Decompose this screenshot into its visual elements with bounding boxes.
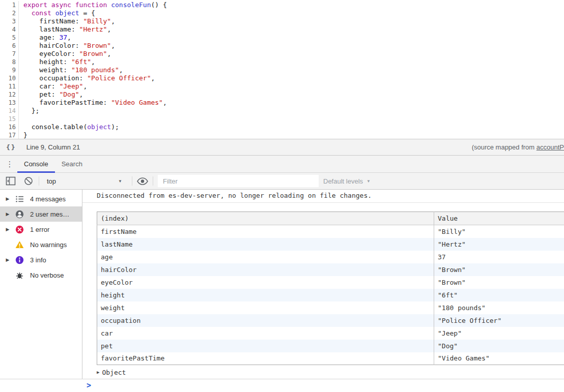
filter-input[interactable]	[158, 175, 319, 187]
table-cell-value: 37	[434, 251, 564, 263]
tab-console[interactable]: Console	[17, 156, 55, 172]
expand-arrow-icon[interactable]: ▶	[0, 227, 15, 232]
code-line[interactable]: 9 weight: "180 pounds",	[0, 66, 564, 74]
line-number[interactable]: 13	[0, 99, 19, 107]
sidebar-item-errors[interactable]: ▶1 error	[0, 222, 82, 237]
code-line[interactable]: 16 console.table(object);	[0, 123, 564, 131]
verbose-icon	[15, 271, 24, 280]
code-text: firstName: "Billy",	[19, 17, 115, 25]
table-row: eyeColor"Brown"	[97, 276, 564, 289]
execution-context-selector[interactable]: top ▼	[44, 177, 127, 185]
table-cell-index: eyeColor	[97, 276, 434, 289]
code-line[interactable]: 4 lastName: "Hertz",	[0, 25, 564, 34]
code-line[interactable]: 7 eyeColor: "Brown",	[0, 50, 564, 58]
table-header-value[interactable]: Value	[434, 212, 564, 225]
expand-arrow-icon[interactable]: ▶	[0, 196, 15, 201]
line-number[interactable]: 14	[0, 107, 19, 115]
line-number[interactable]: 11	[0, 82, 19, 91]
code-line[interactable]: 5 age: 37,	[0, 34, 564, 42]
object-expander[interactable]: ▶ Object	[82, 367, 564, 378]
tab-search[interactable]: Search	[55, 156, 89, 172]
line-number[interactable]: 6	[0, 42, 19, 50]
toolbar-separator	[132, 176, 132, 186]
code-text: hairColor: "Brown",	[19, 42, 115, 50]
pretty-print-icon[interactable]: {}	[6, 143, 16, 151]
sidebar-item-info[interactable]: ▶3 info	[0, 252, 82, 267]
table-cell-value: "Billy"	[434, 225, 564, 238]
sidebar-item-label: 4 messages	[30, 195, 66, 203]
sidebar-item-warnings[interactable]: No warnings	[0, 237, 82, 252]
code-text: const object = {	[19, 9, 95, 17]
line-number[interactable]: 10	[0, 74, 19, 82]
toolbar-separator	[39, 176, 39, 186]
code-line[interactable]: 2 const object = {	[0, 9, 564, 17]
log-levels-dropdown[interactable]: Default levels ▼	[323, 177, 371, 185]
code-text: };	[19, 107, 39, 115]
kebab-menu-icon[interactable]: ⋮	[2, 156, 17, 172]
code-line[interactable]: 8 height: "6ft",	[0, 58, 564, 66]
console-body: ▶4 messages▶2 user mes…▶1 errorNo warnin…	[0, 190, 564, 379]
source-map-link[interactable]: accountP	[537, 143, 564, 151]
source-editor[interactable]: 1export async function consoleFun() {2 c…	[0, 0, 564, 139]
code-line[interactable]: 12 pet: "Dog",	[0, 91, 564, 99]
code-line[interactable]: 3 firstName: "Billy",	[0, 17, 564, 25]
sidebar-item-user-messages[interactable]: ▶2 user mes…	[0, 206, 82, 222]
cursor-position: Line 9, Column 21	[26, 143, 80, 151]
object-expander-label: Object	[102, 369, 126, 376]
code-text: lastName: "Hertz",	[19, 25, 111, 34]
live-expression-eye-icon[interactable]	[137, 175, 148, 187]
clear-console-icon[interactable]	[23, 175, 34, 187]
console-toolbar: top ▼ Default levels ▼	[0, 173, 564, 190]
console-prompt[interactable]: >	[0, 379, 564, 392]
table-row: age37	[97, 251, 564, 263]
sidebar-item-label: 2 user mes…	[30, 210, 69, 218]
line-number[interactable]: 4	[0, 25, 19, 34]
table-cell-value: "Jeep"	[434, 327, 564, 340]
table-cell-value: "Video Games"	[434, 352, 564, 365]
code-line[interactable]: 14 };	[0, 107, 564, 115]
log-levels-label: Default levels	[323, 177, 363, 185]
code-text: }	[19, 131, 27, 139]
expand-arrow-icon[interactable]: ▶	[97, 370, 99, 375]
code-line[interactable]: 17}	[0, 131, 564, 139]
table-row: pet"Dog"	[97, 340, 564, 352]
code-line[interactable]: 15	[0, 115, 564, 123]
line-number[interactable]: 12	[0, 91, 19, 99]
code-line[interactable]: 6 hairColor: "Brown",	[0, 42, 564, 50]
line-number[interactable]: 7	[0, 50, 19, 58]
code-line[interactable]: 13 favoritePastTime: "Video Games",	[0, 99, 564, 107]
code-text: occupation: "Police Officer",	[19, 74, 155, 82]
chevron-down-icon: ▼	[118, 179, 122, 184]
line-number[interactable]: 16	[0, 123, 19, 131]
code-text	[19, 115, 23, 123]
table-row: firstName"Billy"	[97, 225, 564, 238]
table-cell-index: firstName	[97, 225, 434, 238]
line-number[interactable]: 8	[0, 58, 19, 66]
line-number[interactable]: 2	[0, 9, 19, 17]
expand-arrow-icon[interactable]: ▶	[0, 212, 15, 217]
sidebar-item-label: 3 info	[30, 256, 46, 264]
table-cell-index: age	[97, 251, 434, 263]
code-line[interactable]: 10 occupation: "Police Officer",	[0, 74, 564, 82]
table-cell-index: hairColor	[97, 263, 434, 276]
line-number[interactable]: 9	[0, 66, 19, 74]
table-row: favoritePastTime"Video Games"	[97, 352, 564, 365]
toggle-console-sidebar-icon[interactable]	[5, 175, 16, 187]
table-cell-value: "Police Officer"	[434, 314, 564, 327]
sidebar-item-label: No verbose	[30, 272, 64, 279]
sidebar-item-verbose[interactable]: No verbose	[0, 267, 82, 283]
line-number[interactable]: 1	[0, 1, 19, 9]
table-cell-index: lastName	[97, 238, 434, 251]
sidebar-item-messages[interactable]: ▶4 messages	[0, 191, 82, 206]
line-number[interactable]: 17	[0, 131, 19, 139]
line-number[interactable]: 5	[0, 34, 19, 42]
table-header-index[interactable]: (index)	[97, 212, 434, 225]
code-line[interactable]: 11 car: "Jeep",	[0, 82, 564, 91]
code-text: car: "Jeep",	[19, 82, 87, 91]
editor-status-bar: {} Line 9, Column 21 (source mapped from…	[0, 139, 564, 156]
code-line[interactable]: 1export async function consoleFun() {	[0, 1, 564, 9]
expand-arrow-icon[interactable]: ▶	[0, 257, 15, 262]
line-number[interactable]: 3	[0, 17, 19, 25]
table-cell-index: weight	[97, 301, 434, 314]
line-number[interactable]: 15	[0, 115, 19, 123]
